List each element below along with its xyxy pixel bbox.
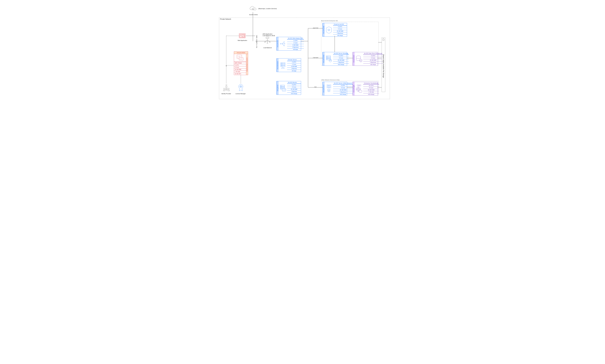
svg-point-31	[228, 88, 229, 89]
badge-branch: Branch	[327, 85, 331, 86]
svg-rect-0	[239, 33, 245, 38]
host-label: nms-gismon	[277, 81, 279, 95]
file-storage-bar: Shared Highly Available File Storage	[382, 38, 385, 92]
webapp-label: Web Application	[238, 40, 247, 41]
alb-label: Load Balancer	[263, 47, 272, 48]
cloud-icon	[249, 5, 257, 12]
group-un-label: Utility Network Services & Data	[321, 79, 339, 81]
datastore-icon	[355, 52, 363, 65]
arcgis-online-label: ArcGIS Online	[249, 14, 258, 15]
node-title: ArcGIS Web Adaptor (IIS)	[287, 37, 304, 39]
cloud-note: (Basemaps, Location Services)	[258, 8, 277, 9]
svg-point-7	[284, 43, 285, 44]
monitor-icon	[279, 81, 287, 95]
workstation-side-label: ArcGIS Pro (Virtual Machine)	[246, 54, 248, 75]
host-label: nms-domainsvr	[277, 58, 279, 72]
route-portal: /portal	[313, 27, 318, 29]
hosting-server-icon	[325, 52, 333, 65]
dns-hostname: name.example.org	[256, 35, 257, 48]
host-label: nms-prd-web	[277, 37, 279, 51]
host-label: nms-pro-wrkstn	[234, 52, 248, 54]
node-datastore-relational: nms-prd-dsrel ArcGIS Data Store (Relatio…	[353, 52, 378, 66]
node-title: ArcGIS Monitor	[287, 81, 301, 84]
node-title: ArcGIS Data Store (Relational)	[363, 52, 383, 55]
node-workstation: nms-pro-wrkstn g4dn.2xlarge 8 vCPU 4 Cor…	[234, 52, 248, 75]
license-icon	[238, 84, 244, 92]
svg-point-6	[284, 42, 284, 42]
node-portal: nms-prd-portal Portal for ArcGIS 4 vCPU …	[322, 23, 347, 37]
workstation-icon	[234, 54, 246, 62]
webapp-icon	[239, 33, 245, 39]
svg-point-28	[226, 89, 227, 90]
host-label: nms-prd-srvhst	[323, 52, 325, 65]
node-web-adaptor: nms-prd-web ArcGIS Web Adaptor (IIS) 2 v…	[277, 37, 301, 51]
node-egdb: nms-prd-egdb Oracle Enterprise Geodataba…	[353, 82, 378, 95]
private-network-title: Private Network	[220, 18, 231, 20]
svg-point-5	[269, 42, 270, 43]
node-hosting-server: nms-prd-srvhst ArcGIS Server (Hosting) 8…	[322, 52, 347, 66]
svg-point-4	[267, 43, 268, 44]
route-server: /server	[313, 57, 318, 58]
identity-label: Identity Provider	[221, 93, 231, 94]
badge-oracle: Oracle	[357, 85, 361, 86]
alb-sub: Load Balancer (ALB)	[263, 35, 275, 36]
node-utility-network-server: nms-prd-srvun Branch Version ArcGIS Serv…	[322, 82, 347, 95]
node-domain-server: nms-domainsvr Domain Server 2 vCPU 1 Cor…	[277, 58, 301, 72]
node-title: Domain Server	[287, 58, 301, 61]
svg-point-13	[282, 68, 282, 68]
egdb-icon: Oracle	[355, 82, 363, 95]
svg-rect-26	[239, 58, 243, 60]
host-label: nms-prd-portal	[323, 23, 325, 37]
node-title: Portal for ArcGIS	[333, 23, 347, 26]
host-label: nms-prd-srvun	[323, 82, 325, 95]
web-adaptor-icon	[279, 37, 287, 51]
license-label: License Manager	[235, 93, 246, 94]
node-title: Enterprise Geodatabase	[363, 82, 379, 84]
svg-point-29	[226, 84, 227, 86]
svg-point-8	[284, 45, 284, 46]
host-label: nms-prd-dsrel	[353, 52, 355, 65]
badge-version: Version	[327, 87, 331, 88]
identity-icon	[223, 84, 230, 92]
node-title: ArcGIS Server (Utility Network)	[333, 82, 353, 84]
alb-title: AWS Application	[263, 33, 272, 35]
svg-point-9	[280, 43, 281, 44]
alb-icon	[264, 37, 271, 45]
domain-server-icon	[279, 58, 287, 72]
utility-network-icon: Branch Version	[325, 82, 333, 95]
portal-icon	[325, 23, 333, 37]
group-base-label: Base ArcGIS Enterprise Site	[321, 20, 338, 21]
host-label: nms-prd-egdb	[353, 82, 355, 95]
node-title: ArcGIS Server (Hosting)	[333, 52, 349, 55]
file-storage-label: Shared Highly Available File Storage	[383, 54, 384, 78]
svg-point-14	[284, 68, 284, 68]
route-un: /un	[314, 86, 317, 88]
svg-point-30	[223, 88, 225, 89]
svg-point-3	[265, 42, 266, 43]
node-arcgis-monitor: nms-gismon ArcGIS Monitor 8 vCPU 4 Cores…	[277, 81, 301, 95]
